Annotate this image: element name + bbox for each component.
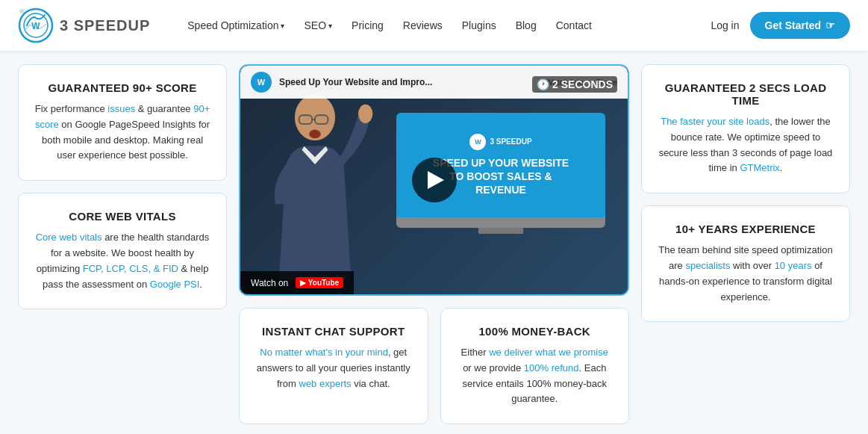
laptop-stand (478, 228, 523, 234)
card-guaranteed-score: GUARANTEED 90+ SCORE Fix performance iss… (18, 64, 227, 181)
laptop-logo: W (469, 134, 486, 150)
logo-text: 3 SPEEDUP (60, 17, 150, 34)
card-title-score: GUARANTEED 90+ SCORE (34, 81, 211, 94)
left-column: GUARANTEED 90+ SCORE Fix performance iss… (18, 64, 227, 424)
card-instant-chat: INSTANT CHAT SUPPORT No matter what's in… (239, 308, 428, 424)
svg-point-10 (309, 130, 320, 139)
nav-seo[interactable]: SEO (296, 15, 340, 36)
laptop-brand: 3 SPEEDUP (490, 137, 531, 146)
center-column: W 3 SPEEDUP SPEED UP YOUR WEBSITE TO BOO… (239, 64, 629, 424)
card-body-load: The faster your site loads, the lower th… (657, 114, 834, 176)
youtube-bar: Watch on ▶ YouTube (240, 271, 354, 294)
nav-actions: Log in Get Started ☞ (711, 12, 850, 39)
nav-blog[interactable]: Blog (508, 15, 544, 36)
card-title-load: GUARANTEED 2 SECS LOAD TIME (657, 81, 834, 107)
card-money-back: 100% MONEY-BACK Either we deliver what w… (440, 308, 630, 424)
card-body-cwv: Core web vitals are the health standards… (34, 230, 211, 292)
get-started-button[interactable]: Get Started ☞ (750, 12, 850, 39)
card-years-experience: 10+ YEARS EXPERIENCE The team behind sit… (641, 205, 850, 322)
right-column: GUARANTEED 2 SECS LOAD TIME The faster y… (641, 64, 850, 424)
video-logo-small: W (251, 72, 272, 93)
card-body-money: Either we deliver what we promise or we … (456, 345, 614, 407)
card-title-money: 100% MONEY-BACK (456, 325, 614, 338)
nav-pricing[interactable]: Pricing (344, 15, 391, 36)
svg-point-9 (358, 105, 372, 123)
video-background: W 3 SPEEDUP SPEED UP YOUR WEBSITE TO BOO… (240, 66, 628, 294)
person-silhouette (240, 78, 390, 294)
nav-reviews[interactable]: Reviews (396, 15, 450, 36)
card-body-exp: The team behind site speed optimization … (657, 243, 834, 305)
logo-icon: W (18, 7, 54, 43)
svg-point-4 (23, 8, 26, 11)
youtube-icon: ▶ YouTube (296, 277, 343, 288)
svg-text:W: W (31, 21, 40, 31)
watch-on-text: Watch on (251, 278, 288, 288)
laptop-base (396, 217, 605, 228)
timestamp-overlay: 🕐 2 SECONDS (532, 76, 617, 93)
logo[interactable]: W 3 SPEEDUP (18, 7, 150, 43)
hand-pointer-icon: ☞ (825, 19, 835, 31)
youtube-logo[interactable]: ▶ YouTube (296, 277, 343, 288)
video-wrapper[interactable]: W 3 SPEEDUP SPEED UP YOUR WEBSITE TO BOO… (239, 64, 629, 296)
card-title-exp: 10+ YEARS EXPERIENCE (657, 223, 834, 235)
play-button[interactable] (412, 158, 457, 202)
card-title-chat: INSTANT CHAT SUPPORT (255, 325, 413, 338)
card-title-cwv: CORE WEB VITALS (34, 210, 211, 223)
main-nav: Speed Optimization SEO Pricing Reviews P… (180, 15, 711, 36)
card-core-web-vitals: CORE WEB VITALS Core web vitals are the … (18, 193, 227, 309)
nav-contact[interactable]: Contact (549, 15, 599, 36)
card-body-score: Fix performance issues & guarantee 90+ s… (34, 102, 211, 164)
main-content: GUARANTEED 90+ SCORE Fix performance iss… (0, 51, 868, 434)
bottom-center-row: INSTANT CHAT SUPPORT No matter what's in… (239, 308, 629, 424)
header: W 3 SPEEDUP Speed Optimization SEO Prici… (0, 0, 868, 51)
person-area (240, 66, 390, 294)
card-guaranteed-load: GUARANTEED 2 SECS LOAD TIME The faster y… (641, 64, 850, 193)
nav-speed-optimization[interactable]: Speed Optimization (180, 15, 292, 36)
card-body-chat: No matter what's in your mind, get answe… (255, 345, 413, 391)
login-link[interactable]: Log in (711, 19, 739, 31)
video-title-text: Speed Up Your Website and Impro... (279, 77, 537, 87)
nav-plugins[interactable]: Plugins (455, 15, 504, 36)
